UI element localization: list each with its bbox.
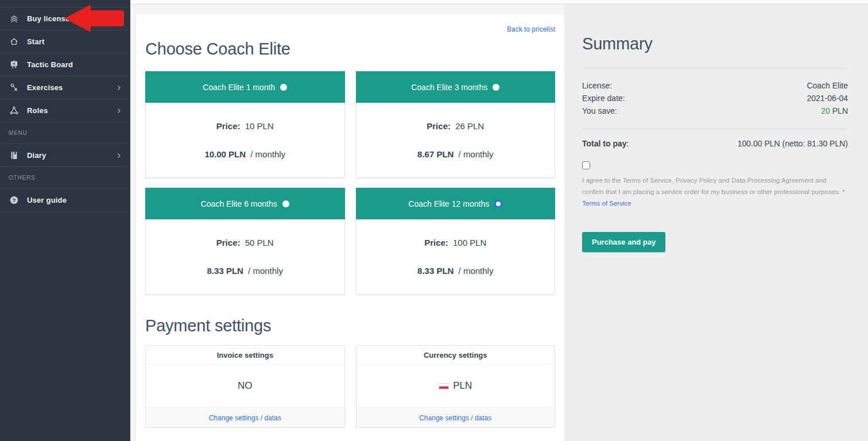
plan-title: Coach Elite 6 months [201,199,277,208]
plan-card-6-months: Coach Elite 6 months Price: 50 PLN 8.33 … [145,188,345,295]
content-area: Back to pricelist Choose Coach Elite Coa… [130,0,868,441]
plan-header[interactable]: Coach Elite 12 months [356,188,556,219]
plan-radio-selected[interactable] [494,200,502,208]
expire-date-label: Expire date: [582,92,625,105]
sidebar-item-label: Exercises [27,83,63,92]
total-to-pay-value: 100.00 PLN (netto: 81.30 PLN) [738,138,848,149]
license-label: License: [582,79,612,92]
chevron-right-icon [115,107,122,114]
total-to-pay-row: Total to pay: 100.00 PLN (netto: 81.30 P… [582,138,848,149]
plan-card-3-months: Coach Elite 3 months Price: 26 PLN 8.67 … [356,71,556,178]
plan-monthly-price: 8.33 PLN / monthly [417,266,493,276]
presentation-board-icon [8,60,20,69]
plan-price: Price: 26 PLN [427,121,484,131]
sidebar-item-label: Diary [27,151,46,160]
sidebar-item-label: User guide [27,196,67,204]
purchase-and-pay-button[interactable]: Purchase and pay [582,232,665,252]
back-to-pricelist-link[interactable]: Back to pricelist [507,25,555,33]
currency-settings-title: Currency settings [356,346,555,365]
license-value: Coach Elite [807,79,848,92]
payment-settings-grid: Invoice settings NO Change settings / da… [145,345,555,428]
diary-book-icon [8,150,20,160]
sidebar-item-label: Tactic Board [27,60,73,69]
sidebar-item-tactic-board[interactable]: Tactic Board [0,53,130,76]
summary-row-you-save: You save: 20 PLN [582,105,848,117]
top-bar [130,0,868,5]
double-chevron-up-icon [8,14,20,24]
plan-header[interactable]: Coach Elite 1 month [145,71,345,103]
terms-agreement-checkbox[interactable] [582,161,590,169]
plan-title: Coach Elite 3 months [411,83,487,92]
plan-monthly-price: 10.00 PLN / monthly [204,149,285,159]
total-to-pay-label: Total to pay: [582,138,629,149]
page-title: Choose Coach Elite [145,40,555,59]
summary-panel: Summary License: Coach Elite Expire date… [564,5,868,441]
plan-monthly-price: 8.33 PLN / monthly [207,266,283,276]
license-purchase-panel: Back to pricelist Choose Coach Elite Coa… [136,14,564,441]
red-annotation-arrow [64,5,126,32]
sidebar-item-start[interactable]: Start [0,30,130,53]
you-save-value: 20 PLN [821,105,848,117]
plan-card-12-months: Coach Elite 12 months Price: 100 PLN 8.3… [356,188,556,295]
summary-title: Summary [582,34,848,53]
plan-price: Price: 10 PLN [216,121,274,131]
sidebar-item-diary[interactable]: Diary [0,144,130,167]
plan-header[interactable]: Coach Elite 6 months [145,188,345,219]
chevron-right-icon [115,152,122,159]
poland-flag-icon [439,383,449,389]
sidebar: Buy license Start Tactic Board Exercises [0,0,130,441]
invoice-settings-title: Invoice settings [146,346,344,365]
sidebar-item-user-guide[interactable]: ? User guide [0,188,130,211]
invoice-settings-card: Invoice settings NO Change settings / da… [145,345,345,428]
divider [582,129,848,129]
sidebar-item-label: Buy license [27,14,69,23]
plan-card-1-month: Coach Elite 1 month Price: 10 PLN 10.00 … [145,71,345,178]
hierarchy-icon [8,106,20,115]
sidebar-section-others: OTHERS [0,167,130,188]
chevron-right-icon [115,84,122,91]
payment-settings-title: Payment settings [145,316,555,335]
plan-monthly-price: 8.67 PLN / monthly [417,149,493,159]
terms-of-service-link[interactable]: Terms of Service [582,200,631,207]
plan-grid: Coach Elite 1 month Price: 10 PLN 10.00 … [145,71,555,295]
summary-row-expire-date: Expire date: 2021-06-04 [582,92,848,105]
plan-price: Price: 50 PLN [216,238,274,247]
invoice-change-settings-link[interactable]: Change settings / datas [209,414,281,422]
currency-change-settings-link[interactable]: Change settings / datas [419,414,491,422]
svg-text:?: ? [12,197,16,203]
strategy-icon [8,83,20,92]
plan-title: Coach Elite 12 months [408,199,489,208]
plan-radio[interactable] [493,84,499,91]
question-circle-icon: ? [8,195,20,205]
plan-radio[interactable] [282,200,289,207]
sidebar-item-exercises[interactable]: Exercises [0,76,130,99]
sidebar-section-menu: MENU [0,122,130,144]
sidebar-item-roles[interactable]: Roles [0,99,130,122]
you-save-label: You save: [582,105,617,117]
summary-row-license: License: Coach Elite [582,79,848,92]
plan-radio[interactable] [280,84,287,91]
plan-price: Price: 100 PLN [424,238,486,247]
home-icon [8,37,20,47]
divider [582,68,848,69]
currency-settings-card: Currency settings PLN Change settings / … [356,345,556,428]
expire-date-value: 2021-06-04 [807,92,848,105]
sidebar-item-label: Start [27,37,45,46]
sidebar-item-label: Roles [27,106,48,115]
plan-title: Coach Elite 1 month [203,83,275,92]
plan-header[interactable]: Coach Elite 3 months [356,71,556,103]
terms-agreement-text: I agree to the Terms of Service, Privacy… [582,175,848,209]
invoice-settings-value: NO [146,365,344,407]
currency-settings-value: PLN [453,380,472,392]
